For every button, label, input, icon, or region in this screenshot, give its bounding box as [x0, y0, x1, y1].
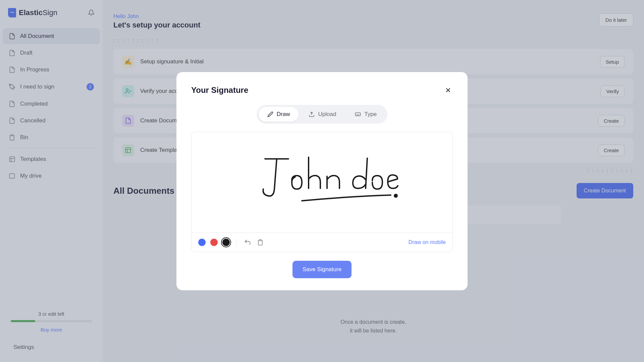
modal-title: Your Signature — [191, 85, 248, 95]
canvas-wrap: Draw on mobile — [191, 132, 453, 252]
modal-header: Your Signature — [191, 85, 453, 95]
pencil-icon — [267, 111, 273, 117]
close-icon[interactable] — [443, 85, 453, 95]
signature-modal: Your Signature Draw Upload Type — [176, 72, 468, 290]
canvas-tools: Draw on mobile — [192, 233, 452, 252]
tab-label: Type — [364, 111, 377, 118]
color-red[interactable] — [210, 239, 218, 246]
trash-icon[interactable] — [256, 238, 264, 246]
modal-footer: Save Signature — [191, 261, 453, 278]
modal-overlay[interactable]: Your Signature Draw Upload Type — [0, 0, 644, 362]
save-signature-button[interactable]: Save Signature — [292, 261, 352, 278]
draw-on-mobile-link[interactable]: Draw on mobile — [409, 239, 446, 245]
upload-icon — [309, 111, 315, 117]
signature-canvas[interactable] — [192, 132, 452, 233]
separator — [236, 238, 237, 246]
keyboard-icon — [355, 111, 361, 117]
tab-upload[interactable]: Upload — [300, 107, 345, 122]
svg-point-17 — [394, 194, 397, 197]
tab-type[interactable]: Type — [346, 107, 385, 122]
color-blue[interactable] — [198, 239, 206, 246]
undo-icon[interactable] — [244, 238, 252, 246]
tab-draw[interactable]: Draw — [259, 107, 299, 122]
color-black[interactable] — [222, 239, 230, 246]
tab-group: Draw Upload Type — [257, 105, 387, 124]
tabs: Draw Upload Type — [191, 105, 453, 124]
tab-label: Upload — [318, 111, 336, 118]
tab-label: Draw — [277, 111, 290, 118]
svg-rect-11 — [356, 113, 361, 116]
signature-drawing — [241, 152, 402, 213]
